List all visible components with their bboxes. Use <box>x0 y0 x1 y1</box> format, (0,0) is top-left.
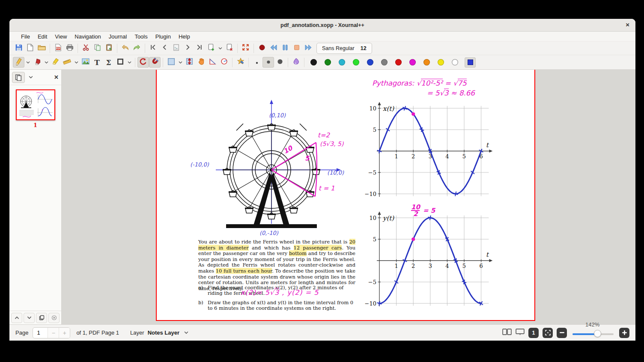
copy-button[interactable] <box>92 43 103 53</box>
fill-tool-button[interactable] <box>290 57 302 68</box>
menu-file[interactable]: File <box>17 33 34 40</box>
color-orange[interactable] <box>423 59 430 65</box>
forward-button[interactable] <box>302 43 314 53</box>
problem-item-b: b) Draw the graphs of x(t) and y(t) in t… <box>198 300 355 312</box>
thickness-thick-button[interactable] <box>274 57 286 68</box>
compass-tool-button[interactable] <box>218 57 230 68</box>
pen-tool-button[interactable] <box>13 57 24 68</box>
color-cyan[interactable] <box>339 59 345 65</box>
eraser-options-dropdown[interactable] <box>43 57 50 68</box>
record-button[interactable] <box>256 43 268 53</box>
select-region-button[interactable] <box>165 57 177 68</box>
zoom-in-button[interactable] <box>619 328 629 338</box>
snapping-button[interactable] <box>149 57 161 68</box>
svg-text:3: 3 <box>429 263 432 269</box>
color-blue[interactable] <box>367 59 373 65</box>
menu-tools[interactable]: Tools <box>131 33 151 40</box>
menu-view[interactable]: View <box>51 33 71 40</box>
pen-options-dropdown[interactable] <box>24 57 31 68</box>
ruler-tool-button[interactable] <box>61 57 73 68</box>
select-region-dropdown[interactable] <box>177 57 184 68</box>
text-tool-button[interactable]: T <box>91 57 103 68</box>
stop-button[interactable] <box>291 43 302 53</box>
pdf-page[interactable]: (0,10) (-10,0) (10,0) (0,-10) t=2 (5√3, … <box>156 70 535 321</box>
select-rect-tool-button[interactable] <box>114 57 126 68</box>
thickness-fine-button[interactable] <box>251 57 262 68</box>
menu-edit[interactable]: Edit <box>34 33 51 40</box>
zoom-fit-button[interactable] <box>543 328 553 338</box>
next-page-button[interactable] <box>182 43 194 53</box>
color-lime[interactable] <box>353 59 359 65</box>
setsquare-tool-button[interactable] <box>207 57 218 68</box>
highlighter-tool-button[interactable] <box>50 57 61 68</box>
save-button[interactable] <box>13 43 24 53</box>
first-page-button[interactable] <box>147 43 159 53</box>
shape-recognizer-button[interactable] <box>137 57 149 68</box>
color-green[interactable] <box>325 59 331 65</box>
rewind-button[interactable] <box>268 43 279 53</box>
print-button[interactable] <box>64 43 75 53</box>
image-tool-button[interactable] <box>80 57 91 68</box>
svg-text:PDF: PDF <box>56 47 60 50</box>
font-size: 12 <box>361 45 367 51</box>
select-options-dropdown[interactable] <box>126 57 133 68</box>
svg-text:5: 5 <box>373 127 376 133</box>
color-yellow[interactable] <box>438 59 444 65</box>
new-document-button[interactable] <box>24 43 36 53</box>
vertical-space-button[interactable] <box>184 57 195 68</box>
pause-button[interactable] <box>279 43 291 53</box>
eraser-tool-button[interactable] <box>31 57 43 68</box>
presentation-mode-button[interactable] <box>516 328 525 337</box>
fullscreen-button[interactable] <box>240 43 251 53</box>
last-page-button[interactable] <box>194 43 205 53</box>
menu-plugin[interactable]: Plugin <box>152 33 175 40</box>
goto-page-button[interactable] <box>170 43 182 53</box>
open-button[interactable] <box>36 43 48 53</box>
sidebar-duplicate-button[interactable] <box>36 313 47 323</box>
undo-button[interactable] <box>119 43 131 53</box>
redo-button[interactable] <box>131 43 143 53</box>
sidebar-close-button[interactable]: ✕ <box>54 74 59 80</box>
previous-page-button[interactable] <box>159 43 170 53</box>
layer-selector[interactable]: Notes Layer <box>148 329 179 336</box>
add-page-dropdown[interactable] <box>217 43 224 53</box>
default-tools-button[interactable] <box>235 57 246 68</box>
sidebar-up-button[interactable] <box>11 313 22 323</box>
delete-page-button[interactable] <box>224 43 235 53</box>
hand-tool-button[interactable] <box>195 57 207 68</box>
sidebar-delete-button[interactable] <box>48 313 60 323</box>
color-magenta[interactable] <box>409 59 416 65</box>
menu-navigation[interactable]: Navigation <box>71 33 104 40</box>
zoom-slider[interactable]: 142% <box>572 326 614 339</box>
color-black[interactable] <box>310 59 317 65</box>
window-close-button[interactable]: × <box>626 21 629 28</box>
sidebar-dropdown[interactable] <box>27 72 34 83</box>
page-decrement-button[interactable]: − <box>48 327 59 338</box>
eraser-icon <box>33 58 41 67</box>
zoom-100-button[interactable]: 1 <box>528 328 539 338</box>
zoom-out-button[interactable] <box>557 328 567 338</box>
tex-tool-button[interactable]: Σ <box>103 57 114 68</box>
thickness-medium-button[interactable] <box>262 57 274 68</box>
document-canvas[interactable]: (0,10) (-10,0) (10,0) (0,-10) t=2 (5√3, … <box>62 70 635 324</box>
color-red[interactable] <box>395 59 402 65</box>
shape-options-dropdown[interactable] <box>73 57 80 68</box>
font-selector[interactable]: Sans Regular 12 <box>316 43 372 54</box>
paste-button[interactable] <box>103 43 115 53</box>
color-white[interactable] <box>452 59 458 65</box>
page-increment-button[interactable]: + <box>59 327 70 338</box>
zoom-slider-thumb[interactable] <box>594 330 601 337</box>
menu-help[interactable]: Help <box>175 33 194 40</box>
cut-button[interactable] <box>80 43 92 53</box>
page-number-input[interactable] <box>33 329 48 336</box>
color-chooser-button[interactable] <box>465 57 476 68</box>
add-page-button[interactable] <box>205 43 217 53</box>
color-gray[interactable] <box>381 59 388 65</box>
menu-journal[interactable]: Journal <box>105 33 131 40</box>
export-pdf-button[interactable]: PDF <box>52 43 64 53</box>
dual-page-view-button[interactable] <box>502 328 512 337</box>
sidebar-pages-tab[interactable] <box>12 72 25 83</box>
page-thumbnail[interactable] <box>16 89 55 120</box>
layer-dropdown-icon[interactable] <box>183 327 190 338</box>
sidebar-down-button[interactable] <box>24 313 35 323</box>
